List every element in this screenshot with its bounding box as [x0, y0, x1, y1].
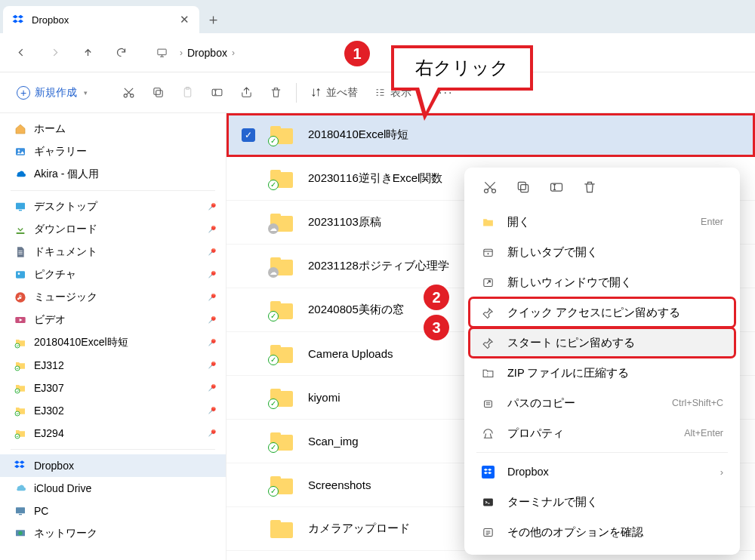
context-menu-item[interactable]: クイック アクセスにピン留めする: [469, 297, 735, 328]
up-button[interactable]: [74, 39, 101, 66]
svg-point-19: [15, 389, 20, 393]
gallery-icon: [14, 146, 26, 158]
shortcut-label: Ctrl+Shift+C: [672, 398, 723, 408]
shortcut-label: Alt+Enter: [684, 428, 723, 438]
copy-button[interactable]: [146, 79, 171, 106]
sidebar-item[interactable]: ネットワーク: [0, 522, 226, 545]
sidebar-item[interactable]: デスクトップ📍: [0, 195, 226, 218]
annotation-bubble: 右クリック: [391, 45, 533, 91]
svg-point-17: [15, 343, 20, 348]
context-menu-label: その他のオプションを確認: [507, 525, 723, 540]
pin-icon: 📍: [204, 335, 218, 349]
context-menu-label: ZIP ファイルに圧縮する: [507, 366, 723, 380]
sidebar-item[interactable]: ピクチャ📍: [0, 263, 226, 286]
folder-icon: ✓: [270, 432, 293, 451]
sidebar-item[interactable]: ミュージック📍: [0, 286, 226, 309]
terminal-icon: [481, 495, 495, 509]
icloud-icon: [14, 482, 26, 495]
sidebar-item-label: ギャラリー: [34, 145, 87, 158]
context-menu-item[interactable]: 新しいウィンドウで開く: [469, 267, 735, 297]
pictures-icon: [14, 269, 26, 282]
cut-button[interactable]: [116, 79, 141, 106]
copy-icon[interactable]: [516, 180, 531, 198]
folder-green-icon: [14, 359, 26, 372]
folder-icon: [270, 520, 293, 538]
rename-icon[interactable]: [549, 180, 564, 198]
svg-rect-7: [212, 89, 222, 96]
svg-rect-11: [19, 210, 22, 211]
context-menu-item[interactable]: 開くEnter: [469, 207, 735, 237]
svg-rect-13: [16, 271, 25, 278]
context-menu-item[interactable]: 新しいタブで開く: [469, 237, 735, 267]
chevron-right-icon: ›: [180, 48, 183, 58]
sidebar-item[interactable]: ビデオ📍: [0, 309, 226, 331]
sidebar-item[interactable]: EJ302📍: [0, 399, 226, 422]
sidebar-item[interactable]: PC: [0, 500, 226, 522]
rename-button[interactable]: [205, 79, 230, 106]
file-name: 20180410Excel時短: [308, 128, 740, 142]
folder-icon: ✓: [270, 126, 293, 144]
context-menu-item[interactable]: パスのコピーCtrl+Shift+C: [469, 388, 735, 418]
address-bar[interactable]: › Dropbox ›: [148, 39, 235, 66]
file-row[interactable]: ✓✓20180410Excel時短: [226, 113, 755, 157]
sort-button[interactable]: 並べ替: [304, 79, 364, 106]
context-menu-item[interactable]: プロパティAlt+Enter: [469, 418, 735, 448]
context-menu-item[interactable]: ターミナルで開く: [469, 487, 735, 517]
context-menu-separator: [476, 452, 728, 453]
svg-rect-33: [485, 400, 492, 407]
share-button[interactable]: [234, 79, 259, 106]
desktop-icon: [14, 201, 26, 214]
pin-icon: 📍: [204, 222, 218, 236]
sidebar-item[interactable]: 20180410Excel時短📍: [0, 331, 226, 354]
sidebar-item[interactable]: EJ312📍: [0, 354, 226, 377]
browser-tab[interactable]: Dropbox ✕: [3, 6, 199, 33]
more-icon: [481, 525, 495, 540]
svg-rect-35: [483, 498, 493, 506]
sidebar-item[interactable]: ドキュメント📍: [0, 241, 226, 263]
paste-button[interactable]: [175, 79, 200, 106]
annotation-number-1: 1: [344, 41, 370, 66]
refresh-button[interactable]: [107, 39, 134, 66]
sidebar-item[interactable]: EJ294📍: [0, 422, 226, 445]
sidebar-item[interactable]: ダウンロード📍: [0, 218, 226, 241]
forward-button[interactable]: [41, 39, 68, 66]
context-menu-item[interactable]: Dropbox›: [469, 457, 735, 487]
svg-rect-23: [19, 514, 22, 515]
context-menu-item[interactable]: スタート にピン留めする: [469, 328, 735, 358]
sidebar-item-label: Dropbox: [34, 460, 74, 472]
sidebar-item[interactable]: iCloud Drive: [0, 477, 226, 500]
home-icon: [14, 123, 26, 136]
back-button[interactable]: [8, 39, 35, 66]
svg-rect-34: [482, 466, 495, 478]
close-icon[interactable]: ✕: [178, 14, 190, 26]
sidebar-item[interactable]: EJ307📍: [0, 377, 226, 399]
breadcrumb-item[interactable]: Dropbox: [187, 47, 227, 59]
context-menu-item[interactable]: ZIP ファイルに圧縮する: [469, 358, 735, 388]
context-menu-label: スタート にピン留めする: [507, 336, 723, 350]
properties-icon: [481, 426, 495, 441]
shortcut-label: Enter: [701, 217, 723, 227]
svg-rect-4: [154, 88, 161, 95]
context-menu-label: 開く: [507, 215, 689, 229]
svg-point-25: [18, 531, 22, 535]
context-menu-item[interactable]: その他のオプションを確認: [469, 517, 735, 547]
new-button[interactable]: + 新規作成 ▾: [11, 79, 94, 106]
svg-rect-30: [551, 183, 562, 191]
checkbox-icon[interactable]: ✓: [242, 128, 255, 142]
sidebar-item[interactable]: Akira - 個人用: [0, 163, 226, 186]
context-menu-actions: [469, 175, 735, 207]
cut-icon[interactable]: [482, 180, 498, 198]
sidebar-item-label: ホーム: [34, 122, 66, 136]
nav-bar: › Dropbox ›: [0, 33, 755, 72]
delete-button[interactable]: [263, 79, 288, 106]
sidebar-item-label: ドキュメント: [34, 245, 97, 259]
sidebar-item[interactable]: Dropbox: [0, 454, 226, 477]
context-menu: 開くEnter新しいタブで開く新しいウィンドウで開くクイック アクセスにピン留め…: [464, 168, 740, 555]
pin-icon: 📍: [204, 403, 218, 417]
downloads-icon: [14, 223, 26, 236]
sidebar-item[interactable]: ギャラリー: [0, 140, 226, 163]
sidebar-item[interactable]: ホーム: [0, 118, 226, 140]
pin-icon: [481, 336, 495, 350]
delete-icon[interactable]: [582, 180, 597, 198]
new-tab-button[interactable]: ＋: [199, 6, 226, 33]
